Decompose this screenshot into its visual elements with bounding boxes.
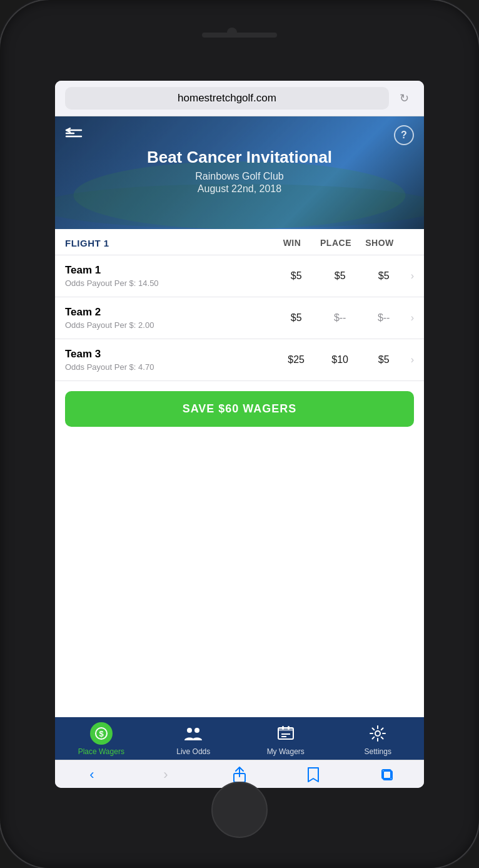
flight-header: FLIGHT 1 WIN PLACE SHOW bbox=[55, 229, 424, 255]
team-2-odds: Odds Payout Per $: 2.00 bbox=[65, 320, 275, 330]
col-win-header: WIN bbox=[270, 238, 314, 248]
back-button[interactable] bbox=[65, 126, 83, 140]
col-place-header: PLACE bbox=[314, 238, 358, 248]
team-2-name: Team 2 bbox=[65, 306, 275, 319]
team-3-odds: Odds Payout Per $: 4.70 bbox=[65, 362, 275, 372]
tab-live-odds[interactable]: Live Odds bbox=[148, 722, 240, 756]
settings-icon bbox=[366, 722, 389, 745]
save-button-container: SAVE $60 WAGERS bbox=[55, 381, 424, 437]
tab-settings-label: Settings bbox=[365, 747, 391, 756]
svg-point-5 bbox=[187, 728, 192, 733]
team-3-show: $5 bbox=[362, 354, 406, 365]
team-2-show: $-- bbox=[362, 312, 406, 324]
content-area: FLIGHT 1 WIN PLACE SHOW Team 1 Odds Payo… bbox=[55, 229, 424, 717]
browser-bookmarks-button[interactable] bbox=[276, 767, 350, 783]
svg-point-6 bbox=[194, 728, 199, 733]
team-2-place: $-- bbox=[318, 312, 362, 324]
team-3-chevron: › bbox=[411, 354, 414, 365]
browser-tabs-button[interactable] bbox=[350, 767, 424, 782]
venue-name: Rainbows Golf Club bbox=[195, 171, 283, 182]
tab-settings[interactable]: Settings bbox=[332, 722, 425, 756]
my-wagers-icon bbox=[275, 722, 297, 745]
hero-banner: ? Beat Cancer Invitational Rainbows Golf… bbox=[55, 116, 424, 229]
team-3-place: $10 bbox=[318, 354, 362, 365]
phone-home-button[interactable] bbox=[211, 782, 268, 838]
svg-text:$: $ bbox=[99, 729, 104, 738]
reload-button[interactable]: ↻ bbox=[394, 88, 414, 108]
team-row[interactable]: Team 2 Odds Payout Per $: 2.00 $5 $-- $-… bbox=[55, 297, 424, 339]
svg-rect-12 bbox=[288, 726, 290, 730]
flight-label: FLIGHT 1 bbox=[65, 238, 270, 248]
event-date: August 22nd, 2018 bbox=[198, 183, 281, 195]
place-wagers-icon: $ bbox=[90, 722, 113, 745]
url-bar[interactable]: homestretchgolf.com bbox=[65, 87, 389, 110]
team-3-info: Team 3 Odds Payout Per $: 4.70 bbox=[65, 348, 275, 372]
tab-place-wagers-label: Place Wagers bbox=[78, 747, 124, 756]
tab-my-wagers-label: My Wagers bbox=[267, 747, 305, 756]
svg-rect-11 bbox=[282, 726, 284, 730]
team-1-chevron: › bbox=[411, 270, 414, 282]
phone-speaker bbox=[202, 33, 277, 38]
team-1-odds: Odds Payout Per $: 14.50 bbox=[65, 278, 275, 288]
tab-bar: $ Place Wagers Live Odds bbox=[55, 717, 424, 760]
team-3-win: $25 bbox=[275, 354, 318, 365]
team-row[interactable]: Team 3 Odds Payout Per $: 4.70 $25 $10 $… bbox=[55, 339, 424, 381]
live-odds-icon bbox=[182, 722, 204, 745]
phone-frame: homestretchgolf.com ↻ ? Beat Cancer Invi… bbox=[0, 0, 479, 868]
browser-bar: homestretchgolf.com ↻ bbox=[55, 81, 424, 116]
team-1-win: $5 bbox=[275, 270, 318, 282]
tab-live-odds-label: Live Odds bbox=[176, 747, 210, 756]
svg-point-13 bbox=[375, 731, 380, 736]
tab-place-wagers[interactable]: $ Place Wagers bbox=[55, 722, 148, 756]
help-button[interactable]: ? bbox=[394, 125, 414, 145]
browser-forward-button[interactable]: › bbox=[129, 767, 203, 783]
team-row[interactable]: Team 1 Odds Payout Per $: 14.50 $5 $5 $5… bbox=[55, 255, 424, 297]
svg-rect-8 bbox=[278, 728, 293, 731]
team-2-chevron: › bbox=[411, 312, 414, 324]
tab-my-wagers[interactable]: My Wagers bbox=[239, 722, 332, 756]
team-1-place: $5 bbox=[318, 270, 362, 282]
team-3-name: Team 3 bbox=[65, 348, 275, 360]
team-1-show: $5 bbox=[362, 270, 406, 282]
team-1-name: Team 1 bbox=[65, 264, 275, 277]
browser-back-button[interactable]: ‹ bbox=[55, 767, 129, 783]
browser-share-button[interactable] bbox=[203, 767, 276, 783]
col-show-header: SHOW bbox=[358, 238, 401, 248]
team-1-info: Team 1 Odds Payout Per $: 14.50 bbox=[65, 264, 275, 288]
team-2-info: Team 2 Odds Payout Per $: 2.00 bbox=[65, 306, 275, 330]
save-wagers-button[interactable]: SAVE $60 WAGERS bbox=[65, 391, 414, 427]
phone-screen: homestretchgolf.com ↻ ? Beat Cancer Invi… bbox=[55, 81, 424, 788]
tournament-title: Beat Cancer Invitational bbox=[147, 148, 332, 167]
team-2-win: $5 bbox=[275, 312, 318, 324]
